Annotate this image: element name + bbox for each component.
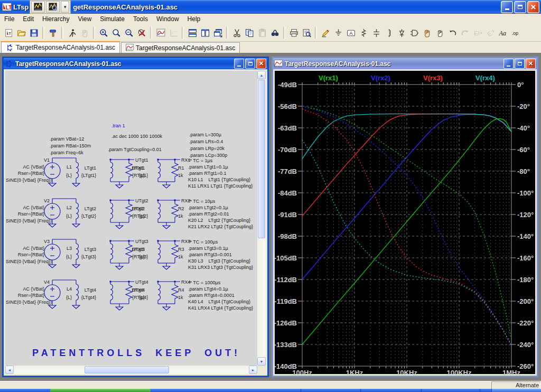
y-right-tick: -80° <box>517 167 530 175</box>
toolbar-tile-horizontal-button[interactable] <box>186 26 199 39</box>
toolbar-print-button[interactable] <box>287 26 300 39</box>
toolbar-run-button[interactable] <box>66 26 78 39</box>
y-left-tick: -77dB <box>278 167 297 175</box>
titlebar-mini-art-zoom-button[interactable] <box>46 1 60 13</box>
schematic-maximize-button[interactable] <box>245 59 255 69</box>
waveform-maximize-button[interactable] <box>515 59 525 69</box>
zoom-area-icon <box>112 29 121 38</box>
toolbar-find-button[interactable] <box>268 26 281 39</box>
schematic-minimize-button[interactable] <box>234 59 244 69</box>
toolbar-zoom-in-button[interactable] <box>97 26 110 39</box>
schematic-vertical-scrollbar[interactable]: ▲ ▼ <box>257 71 266 366</box>
scrollbar-corner-grip[interactable] <box>257 366 266 374</box>
menu-hierarchy[interactable]: Hierarchy <box>38 14 73 24</box>
schematic-canvas[interactable]: .tran 1.ac dec 1000 100 1000k.param TgtC… <box>5 71 260 369</box>
svg-text:.param LRs=0.4: .param LRs=0.4 <box>189 139 223 144</box>
toolbar-drag-button[interactable] <box>433 26 446 39</box>
waveform-icon <box>274 60 283 68</box>
toolbar-separator <box>226 27 228 39</box>
minimize-button[interactable] <box>501 1 513 13</box>
toolbar-copy-button[interactable] <box>243 26 256 39</box>
scroll-right-icon[interactable]: ► <box>249 366 257 374</box>
text-icon: Aa <box>499 29 508 38</box>
mini-art-icon <box>34 3 42 11</box>
close-button[interactable]: ✕ <box>527 1 539 13</box>
svg-text:R4: R4 <box>178 287 184 293</box>
toolbar-zoom-full-button[interactable] <box>135 26 148 39</box>
menu-view[interactable]: View <box>73 14 96 24</box>
horizontal-scroll-thumb[interactable] <box>85 366 169 374</box>
scroll-down-icon[interactable]: ▼ <box>257 357 266 366</box>
bode-plot[interactable]: -49dB0°-56dB-20°-63dB-40°-70dB-60°-77dB-… <box>275 71 538 377</box>
svg-text:.param RBat=150m: .param RBat=150m <box>50 143 91 148</box>
toolbar-move-button[interactable] <box>421 26 433 39</box>
svg-text:SINE(0 {VBat} {Freq}): SINE(0 {VBat} {Freq}) <box>6 259 52 264</box>
toolbar-resistor-button[interactable] <box>357 26 370 39</box>
toolbar-component-button[interactable] <box>408 26 421 39</box>
schematic-horizontal-scrollbar[interactable]: ◄ ► <box>5 366 257 374</box>
waveform-minimize-button[interactable] <box>503 59 514 69</box>
toolbar-inductor-button[interactable] <box>383 26 395 39</box>
toolbar-open-button[interactable] <box>15 26 27 39</box>
toolbar-new-schematic-button[interactable]: T <box>2 26 15 39</box>
tab-2[interactable]: TargetResponseACAnalysis-01.asc <box>121 42 240 53</box>
titlebar-mini-art-button[interactable] <box>31 1 45 13</box>
menu-window[interactable]: Window <box>152 14 183 24</box>
y-left-tick: -105dB <box>275 254 297 262</box>
toolbar-spice-directive-button[interactable]: .op <box>509 26 522 39</box>
restore-button[interactable] <box>514 1 526 13</box>
waveform-close-button[interactable]: ✕ <box>526 59 536 69</box>
toolbar-tile-vertical-button[interactable] <box>199 26 211 39</box>
toolbar-wire-button[interactable] <box>319 26 332 39</box>
titlebar-dropdown-button[interactable]: ▼ <box>61 1 69 13</box>
svg-text:1k: 1k <box>178 173 183 178</box>
toolbar-zoom-area-button[interactable] <box>110 26 123 39</box>
toolbar-cut-button[interactable] <box>230 26 243 39</box>
toolbar-capacitor-button[interactable] <box>370 26 383 39</box>
cut-icon <box>232 29 241 38</box>
svg-text:{L}: {L} <box>139 213 145 219</box>
legend-Vrx1[interactable]: V(rx1) <box>319 74 338 82</box>
toolbar-waveform-button[interactable] <box>154 26 167 39</box>
window-title: getResponseACAnalysis-01.asc <box>73 3 499 11</box>
menu-simulate[interactable]: Simulate <box>96 14 129 24</box>
scroll-left-icon[interactable]: ◄ <box>5 366 14 374</box>
toolbar-print-preview-button[interactable] <box>300 26 313 39</box>
svg-text:V3: V3 <box>44 239 50 244</box>
toolbar-net-label-button[interactable]: A <box>344 26 357 39</box>
schematic-close-button[interactable]: ✕ <box>256 59 266 69</box>
toolbar-diode-button[interactable] <box>395 26 408 39</box>
svg-text:{LTgt1}: {LTgt1} <box>81 173 96 178</box>
toolbar-undo-button[interactable] <box>446 26 459 39</box>
y-left-tick: -133dB <box>275 341 297 349</box>
svg-text:.param RTgt3=0.001: .param RTgt3=0.001 <box>188 252 232 257</box>
scroll-up-icon[interactable]: ▲ <box>257 71 266 79</box>
toolbar-text-button[interactable]: Aa <box>497 26 509 39</box>
toolbar-ground-button[interactable] <box>332 26 344 39</box>
menu-edit[interactable]: Edit <box>18 14 38 24</box>
svg-text:LT: LT <box>6 5 12 11</box>
legend-Vrx4[interactable]: V(rx4) <box>475 74 495 82</box>
menu-tools[interactable]: Tools <box>129 14 152 24</box>
waveform-window-titlebar[interactable]: TargetResponseACAnalysis-01.asc ✕ <box>273 58 537 69</box>
menu-help[interactable]: Help <box>183 14 205 24</box>
waveform-tab-icon-icon <box>126 44 134 52</box>
vertical-scroll-thumb[interactable] <box>258 80 265 238</box>
legend-Vrx2[interactable]: V(rx2) <box>371 74 390 82</box>
toolbar-save-button[interactable] <box>27 26 40 39</box>
print-icon <box>290 29 299 38</box>
svg-text:SINE(0 {VBat} {Freq}): SINE(0 {VBat} {Freq}) <box>6 300 52 305</box>
toolbar-control-panel-button[interactable] <box>46 26 59 39</box>
toolbar-zoom-out-button[interactable] <box>123 26 135 39</box>
legend-Vrx3[interactable]: V(rx3) <box>423 74 443 82</box>
inductor-icon <box>385 29 394 38</box>
schematic-window-titlebar[interactable]: TargetResponseACAnalysis-01.asc ✕ <box>4 58 267 69</box>
menu-file[interactable]: File <box>0 14 18 24</box>
windows-taskbar[interactable] <box>0 389 541 392</box>
app-logo-icon: LT <box>2 2 12 12</box>
taskbar-button-active[interactable] <box>50 389 151 392</box>
toolbar-cascade-button[interactable] <box>211 26 224 39</box>
rotate-icon: E <box>486 29 495 38</box>
schematic-tab-icon-icon <box>5 60 13 68</box>
tab-1-active[interactable]: TargetResponseACAnalysis-01.asc <box>1 41 120 53</box>
